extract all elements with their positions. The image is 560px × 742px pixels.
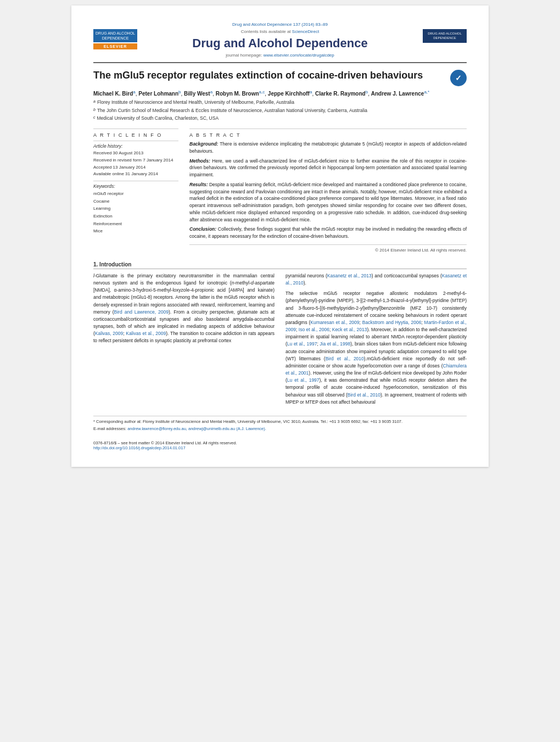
keyword-cocaine: Cocaine: [93, 198, 178, 205]
intro-two-col: l-Glutamate is the primary excitatory ne…: [93, 272, 467, 409]
author-kirchhoff: Jeppe Kirchhoffa: [268, 91, 312, 97]
affil-c-text: Medical University of South Carolina, Ch…: [97, 115, 219, 123]
ref-kumaresan[interactable]: Kumaresan et al., 2009: [310, 320, 359, 325]
affil-a-sup: a: [93, 99, 96, 107]
author-raymond: Clarke R. Raymondb: [315, 91, 368, 97]
email-link[interactable]: andrew.lawrence@florey.edu.au, andrewj@u…: [127, 426, 266, 431]
doi-link[interactable]: http://dx.doi.org/10.1016/j.drugalcdep.2…: [93, 445, 186, 450]
affil-a: a Florey Institute of Neuroscience and M…: [93, 99, 467, 107]
keywords-subtitle: Keywords:: [93, 183, 178, 189]
ref-kasanetz-2010[interactable]: Kasanetz et al., 2010: [285, 273, 467, 286]
abstract-methods: Methods: Here, we used a well-characteri…: [189, 158, 467, 178]
article-info-abstract-row: A R T I C L E I N F O Article history: R…: [93, 129, 467, 253]
ref-lu-1997b[interactable]: Lu et al., 1997: [287, 377, 320, 383]
ref-backstrom[interactable]: Backstrom and Hyytia, 2006: [362, 320, 422, 325]
abstract-text: Background: There is extensive evidence …: [189, 141, 467, 240]
issn-line: 0376-8716/$ – see front matter © 2014 El…: [93, 440, 467, 445]
elsevier-label: ELSEVIER: [93, 43, 137, 49]
homepage-label: journal homepage:: [226, 53, 262, 58]
history-subtitle: Article history:: [93, 143, 178, 149]
elsevier-logo-left: DRUG AND ALCOHOL DEPENDENCE ELSEVIER: [93, 29, 137, 49]
ref-bird-2010b[interactable]: Bird et al., 2010: [348, 392, 380, 398]
journal-box-text: DRUG AND ALCOHOL DEPENDENCE: [93, 29, 137, 42]
abstract-conclusion-text: Collectively, these findings suggest tha…: [189, 226, 467, 239]
abstract-conclusion: Conclusion: Collectively, these findings…: [189, 226, 467, 240]
ref-iso[interactable]: Iso et al., 2006: [299, 327, 329, 332]
homepage-link[interactable]: www.elsevier.com/locate/drugalcdep: [264, 53, 334, 58]
contents-available: Contents lists available at ScienceDirec…: [145, 29, 415, 34]
intro-col1-text: l-Glutamate is the primary excitatory ne…: [93, 272, 275, 345]
body-section: 1. Introduction l-Glutamate is the prima…: [93, 261, 467, 409]
ref-bird-lawrence-2009[interactable]: Bird and Lawrence, 2009: [114, 309, 169, 315]
copyright-line: © 2014 Elsevier Ireland Ltd. All rights …: [189, 244, 467, 253]
journal-header: DRUG AND ALCOHOL DEPENDENCE ELSEVIER Con…: [93, 29, 467, 58]
intro-col2-text: pyramidal neurons (Kasanetz et al., 2013…: [285, 272, 467, 406]
abstract-results: Results: Despite a spatial learning defi…: [189, 181, 467, 224]
email-label: E-mail addresses:: [93, 426, 126, 431]
authors: Michael K. Birda, Peter Lohmannb, Billy …: [93, 90, 467, 97]
abstract-results-label: Results:: [189, 182, 208, 187]
abstract-col: A B S T R A C T Background: There is ext…: [189, 129, 467, 253]
revised-date: Received in revised form 7 January 2014: [93, 157, 178, 164]
affil-a-text: Florey Institute of Neuroscience and Men…: [97, 99, 294, 107]
intro-heading: 1. Introduction: [93, 261, 467, 269]
affil-b-sup: b: [93, 107, 96, 115]
abstract-box: A B S T R A C T Background: There is ext…: [189, 129, 467, 253]
keywords-section: Keywords: mGlu5 receptor Cocaine Learnin…: [93, 181, 178, 235]
abstract-background: Background: There is extensive evidence …: [189, 141, 467, 155]
abstract-methods-label: Methods:: [189, 158, 210, 164]
journal-cover-box: DRUG AND ALCOHOL DEPENDENCE: [423, 29, 467, 43]
page: Drug and Alcohol Dependence 137 (2014) 8…: [71, 5, 489, 467]
article-info-box: A R T I C L E I N F O Article history: R…: [93, 129, 178, 235]
abstract-background-text: There is extensive evidence implicating …: [189, 141, 467, 154]
crossmark-icon: ✓: [450, 70, 467, 86]
affil-c: c Medical University of South Carolina, …: [93, 115, 467, 123]
accepted-date: Accepted 13 January 2014: [93, 164, 178, 171]
ref-kalivas-2009[interactable]: Kalivas, 2009: [95, 331, 123, 336]
article-info-title: A R T I C L E I N F O: [93, 132, 178, 138]
article-info-col: A R T I C L E I N F O Article history: R…: [93, 129, 178, 253]
header-top-bar: Drug and Alcohol Dependence 137 (2014) 8…: [93, 22, 467, 27]
journal-homepage: journal homepage: www.elsevier.com/locat…: [145, 53, 415, 58]
journal-center: Contents lists available at ScienceDirec…: [137, 29, 423, 58]
article-title-section: The mGlu5 receptor regulates extinction …: [93, 70, 467, 86]
article-title: The mGlu5 receptor regulates extinction …: [93, 70, 450, 81]
journal-logo-right: DRUG AND ALCOHOL DEPENDENCE: [423, 29, 467, 43]
ref-bird-2010[interactable]: Bird et al., 2010: [326, 356, 364, 361]
author-brown: Robyn M. Browna,c: [216, 91, 265, 97]
affil-b-text: The John Curtin School of Medical Resear…: [97, 107, 367, 115]
intro-para2: pyramidal neurons (Kasanetz et al., 2013…: [285, 272, 467, 287]
ref-keck[interactable]: Keck et al., 2013: [332, 327, 367, 332]
header-divider: [93, 62, 467, 63]
ref-chiamulera[interactable]: Chiamulera et al., 2001: [285, 363, 467, 376]
keyword-mice: Mice: [93, 227, 178, 235]
abstract-conclusion-label: Conclusion:: [189, 226, 216, 232]
ref-kalivas-et-al-2009[interactable]: Kalivas et al., 2009: [126, 331, 166, 336]
contents-text: Contents lists available at: [241, 29, 291, 34]
author-lohmann: Peter Lohmannb: [138, 91, 181, 97]
received-date: Received 30 August 2013: [93, 150, 178, 157]
affil-b: b The John Curtin School of Medical Rese…: [93, 107, 467, 115]
ref-lu-1997[interactable]: Lu et al., 1997: [287, 341, 317, 347]
abstract-methods-text: Here, we used a well-characterized line …: [189, 158, 467, 178]
keyword-learning: Learning: [93, 205, 178, 213]
ref-kasanetz-2013[interactable]: Kasanetz et al., 2013: [327, 273, 372, 278]
abstract-results-text: Despite a spatial learning deficit, mGlu…: [189, 182, 467, 222]
footnotes: * Corresponding author at: Florey Instit…: [93, 416, 467, 432]
sciencedirect-link[interactable]: ScienceDirect: [292, 29, 319, 34]
intro-para3: The selective mGlu5 receptor negative al…: [285, 290, 467, 406]
available-date: Available online 31 January 2014: [93, 171, 178, 178]
author-west: Billy Westa: [184, 91, 212, 97]
affil-c-sup: c: [93, 115, 96, 123]
keyword-reinforcement: Reinforcement: [93, 220, 178, 228]
ref-jia-1998[interactable]: Jia et al., 1998: [320, 341, 350, 347]
author-bird: Michael K. Birda: [93, 91, 136, 97]
intro-para1: l-Glutamate is the primary excitatory ne…: [93, 272, 275, 345]
intro-col1: l-Glutamate is the primary excitatory ne…: [93, 272, 275, 409]
abstract-background-label: Background:: [189, 141, 218, 147]
footnote-email: E-mail addresses: andrew.lawrence@florey…: [93, 426, 467, 432]
journal-name: Drug and Alcohol Dependence: [145, 36, 415, 51]
keyword-extinction: Extinction: [93, 213, 178, 220]
footnote-corresponding: * Corresponding author at: Florey Instit…: [93, 419, 467, 425]
intro-col2: pyramidal neurons (Kasanetz et al., 2013…: [285, 272, 467, 409]
